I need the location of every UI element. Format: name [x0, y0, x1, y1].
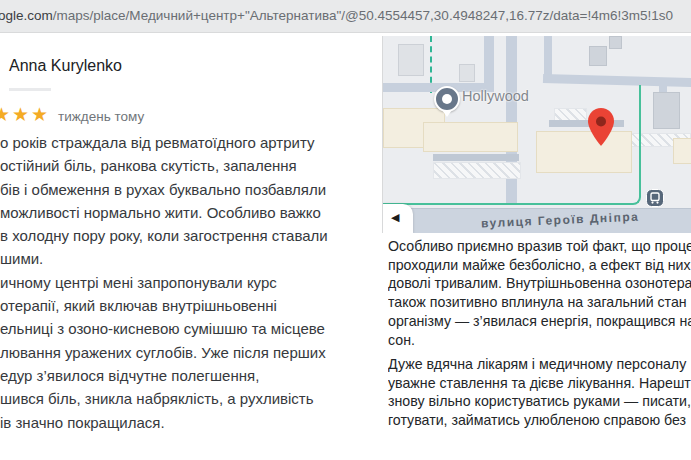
- map-building: [398, 44, 424, 76]
- review-line: Дуже вдячна лікарям і медичному персонал…: [388, 355, 691, 374]
- right-review-paragraph-2: Дуже вдячна лікарям і медичному персонал…: [388, 355, 691, 430]
- review-line: організму — з’явилася енергія, покращивс…: [388, 312, 691, 331]
- address-bar[interactable]: ogle.com/maps/place/Медичний+центр+"Альт…: [0, 0, 691, 33]
- review-line: остійний біль, ранкова скутість, запален…: [0, 154, 378, 177]
- review-line: бів і обмеження в рухах буквально позбав…: [0, 178, 378, 201]
- star-rating-icon: ★★★: [0, 103, 50, 127]
- url-path: /maps/place/Медичний+центр+"Альтернатива…: [53, 8, 673, 23]
- map-pin-icon[interactable]: [587, 107, 615, 147]
- review-line: знову вільно користуватись руками — писа…: [388, 392, 691, 411]
- chevron-left-icon[interactable]: ◀: [391, 212, 399, 223]
- review-body: о років страждала від ревматоїдного артр…: [0, 131, 378, 434]
- review-line: лювання уражених суглобів. Уже після пер…: [0, 341, 378, 364]
- review-line: готувати, займатись улюбленою справою бе…: [388, 411, 691, 430]
- poi-marker-dot: [442, 94, 452, 104]
- review-line: едур з’явилося відчутне полегшення,: [0, 364, 378, 387]
- review-line: отерапії, який включав внутрішньовенні: [0, 294, 378, 317]
- review-line: в холодну пору року, коли загострення ст…: [0, 224, 378, 247]
- review-line: доволі тривалим. Внутрішньовенна озоноте…: [388, 274, 691, 293]
- review-line: можливості нормально жити. Особливо важк…: [0, 201, 378, 224]
- review-line: проходили майже безболісно, а ефект від …: [388, 256, 691, 275]
- review-line: шими.: [0, 247, 378, 270]
- review-rating-row: ★★★тиждень тому: [0, 103, 220, 127]
- review-author[interactable]: Anna Kurylenko: [9, 57, 122, 75]
- url-domain: ogle.com: [0, 8, 53, 23]
- map-building: [609, 36, 622, 49]
- metro-station-icon: [646, 189, 664, 207]
- map-building: [653, 92, 680, 129]
- map-view[interactable]: вулиця Героїв Дніпра Hollywood ◀: [382, 36, 691, 233]
- review-time-ago: тиждень тому: [58, 109, 144, 124]
- review-line: о років страждала від ревматоїдного артр…: [0, 131, 378, 154]
- poi-marker-tail: [442, 110, 452, 117]
- poi-label: Hollywood: [462, 88, 529, 104]
- review-line: уважне ставлення та дієве лікування. Нар…: [388, 374, 691, 393]
- review-line: ів значно покращилася.: [0, 411, 378, 434]
- review-line: шився біль, зникла набряклість, а рухлив…: [0, 387, 378, 410]
- url-text: ogle.com/maps/place/Медичний+центр+"Альт…: [0, 8, 673, 23]
- poi-marker-icon[interactable]: [434, 86, 460, 112]
- review-line: ичному центрі мені запропонували курс: [0, 271, 378, 294]
- review-line: також позитивно вплинула на загальний ст…: [388, 293, 691, 312]
- right-review-paragraph-1: Особливо приємно вразив той факт, що про…: [388, 237, 691, 349]
- review-line: сон.: [388, 331, 691, 350]
- review-subtitle-placeholder: [9, 88, 51, 91]
- review-line: Особливо приємно вразив той факт, що про…: [388, 237, 691, 256]
- review-line: ельниці з озоно-кисневою сумішшю та місц…: [0, 317, 378, 340]
- map-building: [673, 138, 691, 164]
- map-building: [459, 64, 475, 82]
- map-building: [589, 46, 607, 66]
